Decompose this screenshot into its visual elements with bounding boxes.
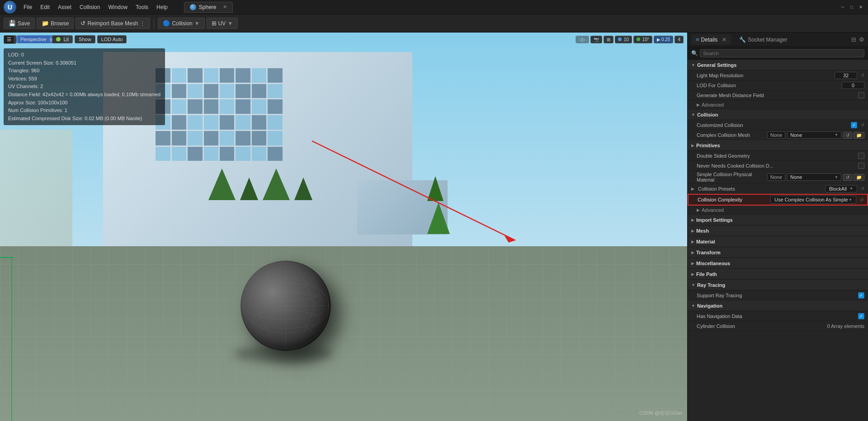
ray-tracing-section[interactable]: ▼ Ray Tracing: [688, 280, 868, 290]
show-btn[interactable]: Show: [75, 35, 95, 43]
advanced1-section[interactable]: ▶ Advanced: [688, 100, 868, 109]
menu-window[interactable]: Window: [104, 2, 131, 12]
sphere-tab-close[interactable]: ✕: [223, 4, 227, 10]
double-sided-geometry-value: [858, 153, 864, 159]
menu-edit[interactable]: Edit: [37, 2, 53, 12]
details-tab-close[interactable]: ✕: [722, 37, 726, 43]
lod-collision-label: LOD For Collision: [697, 83, 840, 88]
svg-line-11: [256, 306, 270, 337]
material-arrow: ▶: [691, 239, 694, 244]
speed-btn[interactable]: ▶ 0.25: [654, 36, 673, 43]
customized-collision-checkbox[interactable]: ✓: [851, 122, 857, 128]
simple-collision-browse-btn[interactable]: 📁: [854, 174, 864, 181]
double-sided-checkbox[interactable]: [858, 153, 864, 159]
details-tab[interactable]: ≡ Details ✕: [691, 34, 731, 45]
complex-collision-browse-btn[interactable]: 📁: [854, 132, 864, 139]
sphere-tab[interactable]: Sphere ✕: [184, 2, 233, 13]
lod-auto-btn[interactable]: LOD Auto: [97, 35, 127, 43]
perspective-btn[interactable]: Perspective: [16, 35, 50, 43]
light-map-resolution-row: Light Map Resolution 32 ↺: [688, 70, 868, 80]
maximize-button[interactable]: □: [848, 4, 855, 11]
navigation-arrow: ▼: [691, 304, 695, 308]
collision-complexity-dropdown-label: Use Complex Collision As Simple: [774, 197, 848, 202]
save-button[interactable]: 💾 Save: [4, 18, 35, 29]
menu-file[interactable]: File: [20, 2, 36, 12]
trees-right: [426, 176, 471, 208]
simple-collision-dropdown[interactable]: None ▼: [787, 173, 841, 181]
info-vertices: Vertices: 559: [8, 75, 160, 83]
mesh-section[interactable]: ▶ Mesh: [688, 225, 868, 236]
menu-tools[interactable]: Tools: [132, 2, 152, 12]
socket-manager-tab[interactable]: 🔧 Socket Manager: [735, 35, 792, 45]
viewport-hamburger[interactable]: ☰: [4, 35, 14, 44]
menu-collision[interactable]: Collision: [76, 2, 104, 12]
misc-arrow: ▶: [691, 261, 694, 266]
customized-collision-label: Customized Collision: [697, 122, 849, 128]
restore-btn[interactable]: ◁▷: [576, 36, 589, 43]
advanced2-section[interactable]: ▶ Advanced: [688, 206, 868, 215]
double-sided-geometry-label: Double Sided Geometry: [697, 153, 856, 159]
reimport-button[interactable]: ↺ Reimport Base Mesh ⋮: [75, 18, 150, 29]
details-icon: ≡: [696, 36, 699, 43]
uv-dropdown-icon: ▼: [227, 20, 233, 27]
collision-button[interactable]: 🔵 Collision ▼: [158, 18, 204, 29]
lit-btn[interactable]: Lit: [52, 35, 73, 43]
simple-collision-material-row: Simple Collision Physical Material None …: [688, 171, 868, 184]
save-label: Save: [18, 20, 30, 27]
light-map-resolution-reset[interactable]: ↺: [861, 73, 864, 78]
customized-collision-reset[interactable]: ↺: [861, 122, 864, 127]
collision-section[interactable]: ▼ Collision: [688, 109, 868, 120]
uv-button[interactable]: ⊞ UV ▼: [207, 18, 238, 29]
generate-mesh-distance-checkbox[interactable]: [858, 92, 864, 98]
grid-size-btn[interactable]: 10: [615, 36, 632, 43]
never-needs-cooked-checkbox[interactable]: [858, 163, 864, 169]
angle-value: 10°: [642, 37, 649, 42]
grid-btn[interactable]: ⊞: [604, 36, 613, 43]
misc-section[interactable]: ▶ Miscellaneous: [688, 258, 868, 269]
material-label: Material: [696, 239, 715, 244]
has-navigation-data-row: Has Navigation Data ✓: [688, 311, 868, 321]
right-vp-buttons: ◁▷ 📷 ⊞ 10 10° ▶ 0.25 4: [576, 36, 684, 43]
general-settings-section[interactable]: ▼ General Settings: [688, 60, 868, 70]
collision-label: Collision: [697, 112, 718, 117]
menu-help[interactable]: Help: [153, 2, 171, 12]
collision-presets-dropdown[interactable]: BlockAll ▼: [825, 185, 857, 192]
complex-collision-mesh-label: Complex Collision Mesh: [697, 132, 765, 138]
simple-collision-sub-btns: ↺ 📁: [843, 174, 864, 181]
collision-complexity-reset[interactable]: ↺: [860, 197, 863, 202]
complex-collision-dropdown[interactable]: None ▼: [787, 131, 841, 139]
support-ray-tracing-checkbox[interactable]: ✓: [858, 292, 864, 299]
menu-asset[interactable]: Asset: [54, 2, 75, 12]
angle-btn[interactable]: 10°: [633, 36, 652, 43]
navigation-section[interactable]: ▼ Navigation: [688, 300, 868, 311]
browse-button[interactable]: 📁 Browse: [37, 18, 74, 29]
settings-icon[interactable]: ⚙: [859, 36, 864, 43]
file-path-section[interactable]: ▶ File Path: [688, 269, 868, 280]
simple-collision-refresh-btn[interactable]: ↺: [843, 174, 852, 181]
collision-complexity-dropdown[interactable]: Use Complex Collision As Simple ▼: [770, 196, 856, 204]
close-button[interactable]: ✕: [857, 4, 864, 11]
complex-collision-refresh-btn[interactable]: ↺: [843, 132, 852, 139]
fullscreen-btn[interactable]: 4: [675, 36, 684, 43]
complex-collision-dropdown-label: None: [790, 132, 802, 138]
simple-collision-dropdown-label: None: [790, 174, 802, 180]
light-map-resolution-number[interactable]: 32: [835, 72, 857, 79]
cylinder-collision-label: Cylinder Collision: [697, 323, 825, 329]
lod-collision-number[interactable]: 0: [842, 82, 864, 89]
minimize-button[interactable]: ─: [839, 4, 846, 11]
camera-btn[interactable]: 📷: [590, 36, 602, 43]
primitives-section[interactable]: ▶ Primitives: [688, 140, 868, 151]
collision-complexity-row: Collision Complexity Use Complex Collisi…: [688, 194, 868, 206]
collision-arrow: ▼: [691, 112, 695, 117]
search-input[interactable]: [700, 49, 864, 57]
import-settings-section[interactable]: ▶ Import Settings: [688, 215, 868, 225]
columns-icon[interactable]: ⊟: [851, 36, 856, 43]
simple-collision-material-value: None None ▼ ↺ 📁: [767, 173, 864, 181]
viewport-top-toolbar: ☰ Perspective Lit Show LOD Auto ◁▷ 📷 ⊞ 1…: [0, 33, 687, 46]
collision-presets-reset[interactable]: ↺: [861, 186, 864, 191]
has-navigation-data-checkbox[interactable]: ✓: [858, 313, 864, 319]
transform-section[interactable]: ▶ Transform: [688, 247, 868, 258]
collision-presets-dropdown-label: BlockAll: [829, 186, 847, 192]
viewport[interactable]: ☰ General Settings ☰ Perspective Lit Sho…: [0, 33, 687, 421]
material-section[interactable]: ▶ Material: [688, 236, 868, 247]
